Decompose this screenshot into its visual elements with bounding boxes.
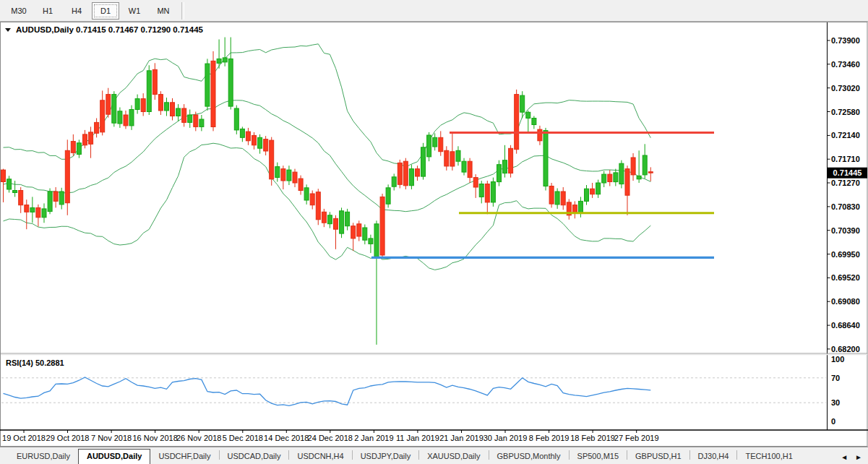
svg-text:0.72580: 0.72580: [831, 108, 860, 116]
tab-sp500-m15[interactable]: SP500,M15: [570, 449, 627, 464]
svg-text:27 Feb 2019: 27 Feb 2019: [614, 434, 659, 442]
timeframe-button-mn[interactable]: MN: [150, 2, 177, 20]
tab-scroll-left-icon[interactable]: ◄: [841, 453, 848, 461]
tab-scroll-right-icon[interactable]: ►: [855, 453, 862, 461]
svg-text:30: 30: [831, 398, 840, 407]
svg-text:0.71270: 0.71270: [831, 179, 860, 187]
svg-text:14 Dec 2018: 14 Dec 2018: [264, 434, 309, 442]
chart-window[interactable]: 0.739000.734600.730200.725800.721400.717…: [0, 22, 868, 447]
timeframe-button-m30[interactable]: M30: [5, 2, 33, 20]
svg-text:0.69520: 0.69520: [831, 273, 860, 282]
chart-title-row: AUDUSD,Daily 0.71415 0.71467 0.71290 0.7…: [5, 25, 204, 34]
svg-text:0.70830: 0.70830: [831, 202, 860, 211]
tab-dj30-h4[interactable]: DJ30,H4: [690, 449, 737, 464]
timeframe-buttons: M30H1H4D1W1MN: [4, 2, 178, 20]
tab-gbpusd-h1[interactable]: GBPUSD,H1: [627, 449, 689, 464]
svg-text:29 Oct 2018: 29 Oct 2018: [46, 434, 90, 442]
svg-text:0.73020: 0.73020: [831, 84, 860, 93]
toolbar-separator: [181, 2, 184, 20]
timeframe-button-w1[interactable]: W1: [121, 2, 148, 20]
svg-text:0.70390: 0.70390: [831, 226, 860, 235]
svg-text:8 Feb 2019: 8 Feb 2019: [529, 434, 570, 442]
tab-usdjpy-daily[interactable]: USDJPY,Daily: [353, 449, 419, 464]
timeframe-button-h4[interactable]: H4: [63, 2, 90, 20]
svg-text:0.73900: 0.73900: [831, 36, 860, 45]
tab-xauusd-daily[interactable]: XAUUSD,Daily: [419, 449, 488, 464]
svg-text:7 Nov 2018: 7 Nov 2018: [91, 434, 132, 442]
tab-eurusd-daily[interactable]: EURUSD,Daily: [9, 449, 78, 464]
svg-text:5 Dec 2018: 5 Dec 2018: [223, 434, 263, 442]
svg-text:11 Jan 2019: 11 Jan 2019: [396, 434, 439, 442]
svg-text:30 Jan 2019: 30 Jan 2019: [484, 434, 528, 442]
svg-text:0.69950: 0.69950: [831, 250, 860, 259]
current-price-text: 0.71445: [833, 168, 862, 177]
timeframe-button-d1[interactable]: D1: [92, 2, 119, 20]
svg-text:70: 70: [831, 374, 840, 382]
svg-text:18 Feb 2019: 18 Feb 2019: [570, 434, 615, 442]
price-chart[interactable]: 0.739000.734600.730200.725800.721400.717…: [0, 22, 868, 447]
svg-text:16 Nov 2018: 16 Nov 2018: [132, 434, 177, 442]
tab-tech100-h1[interactable]: TECH100,H1: [737, 449, 800, 464]
tab-gbpusd-monthly[interactable]: GBPUSD,Monthly: [489, 449, 569, 464]
svg-text:24 Dec 2018: 24 Dec 2018: [308, 434, 353, 442]
svg-text:0.69080: 0.69080: [831, 297, 860, 306]
svg-text:26 Nov 2018: 26 Nov 2018: [176, 434, 221, 442]
svg-text:0: 0: [831, 417, 835, 426]
indicator-separator[interactable]: [1, 353, 867, 355]
svg-text:0.71710: 0.71710: [831, 155, 860, 163]
tab-usdchf-daily[interactable]: USDCHF,Daily: [150, 449, 218, 464]
svg-text:19 Oct 2018: 19 Oct 2018: [2, 434, 46, 442]
tab-usdcnh-h4[interactable]: USDCNH,H4: [289, 449, 351, 464]
timeframe-button-h1[interactable]: H1: [34, 2, 61, 20]
timeframe-toolbar: M30H1H4D1W1MN: [0, 0, 868, 22]
chart-title: AUDUSD,Daily 0.71415 0.71467 0.71290 0.7…: [16, 25, 204, 34]
symbol-tabbar: EURUSD,DailyAUDUSD,DailyUSDCHF,DailyUSDC…: [0, 447, 868, 464]
svg-text:0.68200: 0.68200: [831, 345, 860, 353]
svg-text:2 Jan 2019: 2 Jan 2019: [354, 434, 393, 442]
svg-text:0.73460: 0.73460: [831, 60, 860, 69]
svg-text:0.68640: 0.68640: [831, 321, 860, 330]
svg-text:21 Jan 2019: 21 Jan 2019: [439, 434, 484, 442]
tab-usdcad-daily[interactable]: USDCAD,Daily: [220, 449, 289, 464]
current-price-badge: 0.71445: [828, 168, 867, 179]
svg-text:0.72140: 0.72140: [831, 131, 860, 139]
rsi-label: RSI(14) 50.2881: [6, 358, 64, 367]
tab-audusd-daily[interactable]: AUDUSD,Daily: [78, 449, 150, 464]
svg-text:100: 100: [831, 355, 844, 364]
tab-scroll-arrows: ◄ ►: [841, 453, 868, 464]
